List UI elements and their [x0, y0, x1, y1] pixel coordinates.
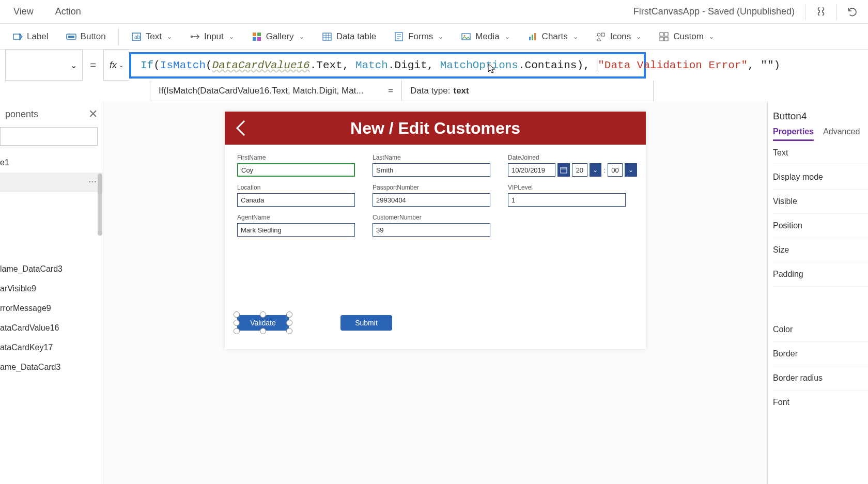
prop-border[interactable]: Border: [773, 342, 868, 366]
ribbon-media[interactable]: Media⌄: [454, 28, 517, 45]
screen-header: New / Edit Customers: [225, 112, 646, 145]
prop-text[interactable]: Text: [773, 141, 868, 165]
chevron-down-icon: ⌄: [70, 60, 77, 70]
app-checker-icon[interactable]: [811, 2, 831, 22]
tree-tab-components[interactable]: ponents: [5, 109, 38, 120]
prop-font[interactable]: Font: [773, 391, 868, 414]
undo-icon[interactable]: [842, 2, 863, 22]
resize-handle[interactable]: [260, 328, 266, 334]
data-type-readout: Data type: text: [402, 81, 653, 101]
fx-button[interactable]: fx⌄: [103, 50, 129, 81]
label-agentname: AgentName: [237, 214, 366, 221]
input-viplevel[interactable]: [508, 193, 626, 207]
ribbon-button[interactable]: Button: [59, 28, 113, 45]
input-hour[interactable]: 20: [572, 163, 587, 177]
app-canvas[interactable]: New / Edit Customers FirstName LastName …: [225, 112, 646, 349]
chevron-down-icon[interactable]: ⌄: [590, 163, 602, 177]
ribbon-charts-label: Charts: [542, 32, 568, 42]
prop-size[interactable]: Size: [773, 238, 868, 262]
prop-color[interactable]: Color: [773, 318, 868, 342]
tree-item[interactable]: lame_DataCard3: [0, 259, 103, 279]
equals-sign: =: [83, 50, 103, 81]
custom-icon: [659, 32, 669, 42]
chevron-down-icon: ⌄: [167, 33, 172, 40]
tree-item[interactable]: ataCardValue16: [0, 318, 103, 338]
ribbon-gallery-label: Gallery: [266, 32, 294, 42]
app-title: FirstCanvasApp - Saved (Unpublished): [633, 6, 795, 17]
prop-border-radius[interactable]: Border radius: [773, 366, 868, 391]
prop-display-mode[interactable]: Display mode: [773, 165, 868, 190]
button-icon: [66, 32, 76, 42]
tree-search-input[interactable]: [0, 127, 98, 146]
ribbon-label[interactable]: Label: [5, 28, 56, 45]
input-lastname[interactable]: [373, 163, 490, 177]
validate-button[interactable]: Validate: [237, 315, 289, 331]
resize-handle[interactable]: [234, 320, 240, 326]
ribbon-forms-label: Forms: [408, 32, 433, 42]
menu-action[interactable]: Action: [47, 3, 89, 20]
menu-view[interactable]: View: [5, 3, 42, 20]
ribbon-custom-label: Custom: [673, 32, 704, 42]
ribbon-forms[interactable]: Forms⌄: [386, 28, 451, 45]
chevron-down-icon[interactable]: ⌄: [625, 163, 637, 177]
property-selector[interactable]: ⌄: [5, 50, 83, 81]
tree-item[interactable]: e1: [0, 153, 103, 173]
field-agentname: AgentName: [237, 214, 366, 237]
formula-bar: ⌄ = fx⌄ If(IsMatch(DataCardValue16.Text,…: [0, 50, 868, 81]
resize-handle[interactable]: [234, 328, 240, 334]
prop-padding[interactable]: Padding: [773, 262, 868, 287]
close-icon[interactable]: ✕: [88, 107, 98, 121]
formula-input[interactable]: If(IsMatch(DataCardValue16.Text, Match.D…: [129, 52, 646, 79]
ribbon-gallery[interactable]: Gallery⌄: [244, 28, 312, 45]
prop-visible[interactable]: Visible: [773, 190, 868, 214]
scrollbar-thumb[interactable]: [98, 174, 102, 236]
svg-rect-9: [257, 37, 261, 41]
input-firstname[interactable]: [237, 163, 355, 177]
canvas-area[interactable]: New / Edit Customers FirstName LastName …: [103, 101, 767, 484]
resize-handle[interactable]: [234, 311, 240, 318]
token-ismatch: IsMatch: [160, 59, 206, 71]
input-location[interactable]: [237, 193, 355, 207]
chevron-down-icon: ⌄: [299, 33, 304, 40]
tree-item-selected[interactable]: [0, 173, 103, 192]
resize-handle[interactable]: [286, 320, 292, 326]
resize-handle[interactable]: [260, 311, 266, 318]
equals-sign: =: [388, 86, 393, 96]
divider: [118, 28, 119, 45]
input-agentname[interactable]: [237, 223, 355, 237]
forms-icon: [394, 32, 404, 42]
back-icon[interactable]: [234, 118, 249, 140]
media-icon: [461, 32, 471, 42]
resize-handle[interactable]: [286, 328, 292, 334]
label-icon: [12, 32, 23, 42]
input-date[interactable]: 10/20/2019: [508, 163, 555, 177]
svg-rect-26: [660, 33, 663, 36]
ribbon-datatable-label: Data table: [336, 32, 377, 42]
tree-item[interactable]: rrorMessage9: [0, 299, 103, 318]
ribbon-icons[interactable]: Icons⌄: [588, 28, 649, 45]
svg-rect-30: [561, 167, 567, 173]
ribbon-charts[interactable]: Charts⌄: [520, 28, 585, 45]
tab-advanced[interactable]: Advanced: [823, 127, 860, 141]
prop-position[interactable]: Position: [773, 214, 868, 238]
ribbon-text[interactable]: ab Text⌄: [124, 28, 179, 45]
calendar-icon[interactable]: [557, 163, 570, 177]
label-datejoined: DateJoined: [508, 154, 637, 161]
tab-properties[interactable]: Properties: [773, 127, 814, 141]
ribbon-datatable[interactable]: Data table: [315, 28, 384, 45]
text-icon: ab: [131, 32, 142, 42]
tree-item[interactable]: arVisible9: [0, 279, 103, 299]
field-lastname: LastName: [373, 154, 502, 177]
resize-handle[interactable]: [286, 311, 292, 318]
tree-item[interactable]: ataCardKey17: [0, 338, 103, 357]
ribbon-input[interactable]: Input⌄: [182, 28, 241, 45]
screen-title: New / Edit Customers: [225, 119, 646, 138]
input-passport[interactable]: [373, 193, 490, 207]
submit-button[interactable]: Submit: [340, 315, 392, 331]
ribbon-custom[interactable]: Custom⌄: [652, 28, 721, 45]
formula-preview[interactable]: If(IsMatch(DataCardValue16.Text, Match.D…: [150, 81, 402, 101]
svg-rect-21: [529, 37, 531, 40]
tree-item[interactable]: ame_DataCard3: [0, 357, 103, 377]
input-customernumber[interactable]: [373, 223, 490, 237]
input-minute[interactable]: 00: [608, 163, 623, 177]
